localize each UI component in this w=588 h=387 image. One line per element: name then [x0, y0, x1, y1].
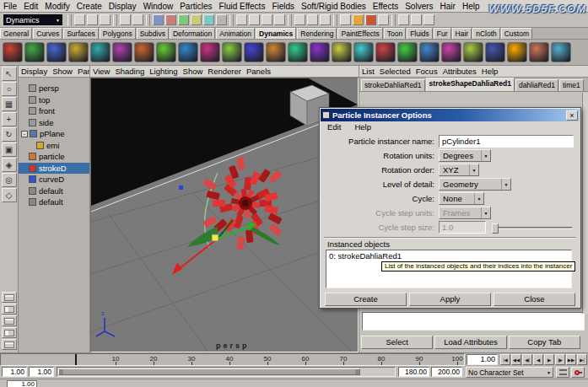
go-to-start-button[interactable]: |◀: [500, 354, 510, 365]
range-bar[interactable]: [58, 368, 360, 375]
range-slider[interactable]: [57, 367, 396, 377]
copy-tab-button[interactable]: Copy Tab: [509, 336, 580, 349]
shelf-icon[interactable]: [112, 42, 132, 62]
layout-button[interactable]: [2, 339, 17, 350]
animation-end-field[interactable]: 200.00: [431, 367, 462, 377]
auto-keyframe-button[interactable]: [571, 367, 585, 378]
step-forward-frame-button[interactable]: |▶: [555, 354, 565, 365]
layout-button[interactable]: [2, 292, 17, 303]
command-field[interactable]: 1.00: [7, 380, 37, 387]
viewport-menu-lighting[interactable]: Lighting: [147, 67, 180, 76]
ae-tab-strokedahliared1[interactable]: strokeDahliaRed1: [361, 79, 425, 91]
playback-end-field[interactable]: 180.00: [398, 367, 429, 377]
menu-effects[interactable]: Effects: [370, 1, 402, 12]
shelf-tab-fur[interactable]: Fur: [434, 28, 451, 39]
status-icon[interactable]: [203, 14, 214, 25]
status-icon[interactable]: [74, 14, 85, 25]
menu-soft-rigid-bodies[interactable]: Soft/Rigid Bodies: [298, 1, 370, 12]
shelf-icon[interactable]: [441, 42, 461, 62]
status-icon[interactable]: [87, 14, 98, 25]
select-tool-icon[interactable]: ↖: [2, 67, 17, 81]
status-icon[interactable]: [320, 14, 331, 25]
viewport-menu-shading[interactable]: Shading: [112, 67, 147, 76]
layout-button[interactable]: [2, 304, 17, 314]
rotation-order-dropdown[interactable]: XYZ ▼: [439, 164, 479, 176]
level-of-detail-dropdown[interactable]: Geometry ▼: [439, 178, 511, 191]
status-icon[interactable]: [249, 14, 260, 25]
status-icon[interactable]: [236, 14, 247, 25]
dialog-menu-help[interactable]: Help: [352, 122, 374, 132]
shelf-tab-painteffects[interactable]: PaintEffects: [337, 28, 382, 39]
create-button[interactable]: Create: [325, 293, 407, 306]
ae-menu-list[interactable]: List: [359, 67, 377, 76]
menu-fluid-effects[interactable]: Fluid Effects: [216, 1, 269, 12]
shelf-icon[interactable]: [463, 42, 483, 62]
outliner-item-pplane[interactable]: -pPlane: [19, 128, 89, 140]
outliner-item-emi[interactable]: emi: [19, 140, 89, 152]
dialog-titlebar[interactable]: Particle Instancer Options ×: [321, 109, 580, 121]
viewport-menu-view[interactable]: View: [90, 67, 112, 76]
shelf-icon[interactable]: [529, 42, 549, 62]
ae-tab-strokeshapedahliared1[interactable]: strokeShapeDahliaRed1: [426, 78, 515, 91]
show-manip-tool-icon[interactable]: ◎: [2, 173, 17, 187]
menu-window[interactable]: Window: [140, 1, 177, 12]
menu-hair[interactable]: Hair: [437, 1, 459, 12]
close-button[interactable]: Close: [494, 293, 575, 306]
character-set-dropdown[interactable]: No Character Set ▼: [466, 367, 553, 378]
menu-display[interactable]: Display: [105, 1, 140, 12]
shelf-icon[interactable]: [551, 42, 571, 62]
viewport-menu-renderer[interactable]: Renderer: [205, 67, 244, 76]
particle-instancer-name-input[interactable]: [439, 135, 574, 148]
shelf-icon[interactable]: [266, 42, 286, 62]
status-icon[interactable]: [307, 14, 318, 25]
shelf-tab-animation[interactable]: Animation: [216, 28, 255, 39]
outliner-item-top[interactable]: top: [19, 94, 89, 106]
shelf-icon[interactable]: [353, 42, 374, 62]
cycle-dropdown[interactable]: None ▼: [439, 192, 484, 205]
status-icon[interactable]: [216, 14, 227, 25]
paint-select-tool-icon[interactable]: ▦: [2, 97, 17, 111]
outliner-item-front[interactable]: front: [19, 105, 89, 117]
status-icon[interactable]: [423, 14, 434, 25]
outliner-item-curved[interactable]: curveD: [19, 174, 89, 185]
rotation-units-dropdown[interactable]: Degrees ▼: [439, 149, 491, 162]
dialog-menu-edit[interactable]: Edit: [325, 122, 343, 132]
shelf-icon[interactable]: [46, 42, 67, 62]
shelf-icon[interactable]: [332, 42, 352, 62]
lasso-tool-icon[interactable]: ○: [2, 82, 17, 96]
status-icon[interactable]: [378, 14, 389, 25]
expander-icon[interactable]: -: [21, 131, 28, 137]
shelf-icon[interactable]: [397, 42, 418, 62]
range-start-handle[interactable]: [59, 369, 63, 374]
layout-button[interactable]: [2, 327, 17, 338]
menu-solvers[interactable]: Solvers: [402, 1, 436, 12]
step-back-key-button[interactable]: ◀◀: [511, 354, 521, 365]
playback-start-field[interactable]: 1.00: [29, 367, 54, 377]
go-to-end-button[interactable]: ▶|: [577, 354, 587, 365]
step-back-frame-button[interactable]: ◀|: [522, 354, 532, 365]
status-icon[interactable]: [294, 14, 305, 25]
step-forward-key-button[interactable]: ▶▶: [566, 354, 576, 365]
shelf-tab-toon[interactable]: Toon: [384, 28, 406, 39]
status-icon[interactable]: [262, 14, 272, 25]
shelf-icon[interactable]: [375, 42, 396, 62]
status-icon[interactable]: [398, 14, 409, 25]
attribute-editor-notes-field[interactable]: [362, 312, 585, 331]
shelf-icon[interactable]: [90, 42, 111, 62]
load-attributes-button[interactable]: Load Attributes: [434, 336, 506, 349]
select-button[interactable]: Select: [361, 336, 433, 349]
shelf-tab-curves[interactable]: Curves: [33, 28, 62, 39]
manipulator-center-handle[interactable]: [212, 234, 218, 241]
shelf-icon[interactable]: [419, 42, 440, 62]
range-end-handle[interactable]: [355, 369, 359, 374]
menu-fields[interactable]: Fields: [268, 1, 298, 12]
rotate-tool-icon[interactable]: ↻: [2, 127, 17, 142]
menu-modify[interactable]: Modify: [41, 1, 73, 12]
layout-button[interactable]: [2, 315, 17, 326]
menu-particles[interactable]: Particles: [176, 1, 215, 12]
status-icon[interactable]: [178, 14, 189, 25]
outliner-item-default[interactable]: default: [19, 185, 89, 197]
shelf-tab-ncloth[interactable]: nCloth: [472, 28, 500, 39]
menu-help[interactable]: Help: [459, 1, 483, 12]
status-icon[interactable]: [353, 14, 364, 25]
